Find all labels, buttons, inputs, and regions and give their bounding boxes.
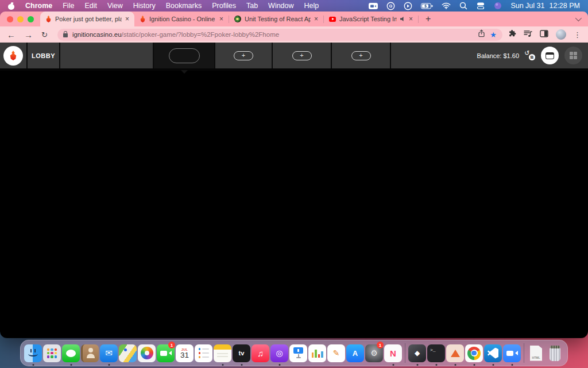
- tab-js-testing[interactable]: JavaScript Testing Introdu ×: [324, 12, 418, 26]
- dock-item-news[interactable]: N: [384, 340, 403, 366]
- menu-view[interactable]: View: [107, 2, 123, 10]
- dock-item-podcasts[interactable]: ◎: [270, 340, 289, 366]
- tab-close-icon[interactable]: ×: [409, 16, 413, 22]
- menu-bar-left: Chrome File Edit View History Bookmarks …: [8, 2, 319, 10]
- dock-item-zoom[interactable]: [502, 340, 521, 366]
- dock-item-finder[interactable]: [24, 340, 42, 366]
- add-table-button[interactable]: +: [234, 51, 253, 60]
- podcasts-icon: ◎: [270, 344, 288, 362]
- menu-tab[interactable]: Tab: [246, 2, 258, 10]
- dock-item-reminders[interactable]: [194, 340, 213, 366]
- video-app-icon[interactable]: [369, 2, 378, 10]
- dock-item-keynote[interactable]: [289, 340, 308, 366]
- dock-item-chrome[interactable]: [465, 340, 483, 366]
- minimize-window-button[interactable]: [17, 16, 24, 22]
- add-table-button[interactable]: +: [292, 51, 312, 60]
- tab-unit-testing[interactable]: Unit Testing of React Apps usi ×: [229, 12, 323, 26]
- dock-item-tv[interactable]: tv: [232, 340, 251, 366]
- page-content[interactable]: [0, 71, 588, 338]
- deposit-coin-icon[interactable]: ↻ B: [525, 51, 535, 60]
- dock-item-messages[interactable]: [61, 340, 80, 366]
- dock-item-calendar[interactable]: JUL31: [175, 340, 194, 366]
- menu-profiles[interactable]: Profiles: [212, 2, 236, 10]
- tab-poker-game[interactable]: Poker just got better, play it no ×: [40, 12, 134, 26]
- numbers-icon: [308, 344, 326, 362]
- tab-close-icon[interactable]: ×: [314, 16, 318, 22]
- tab-audio-icon[interactable]: [400, 17, 405, 22]
- back-button[interactable]: ←: [7, 30, 16, 39]
- keynote-icon: [289, 344, 307, 362]
- active-table-tab[interactable]: [154, 43, 215, 68]
- menu-chrome[interactable]: Chrome: [25, 2, 52, 10]
- menubar-app-sphere-icon[interactable]: [494, 2, 502, 10]
- media-controls-icon[interactable]: [524, 29, 532, 40]
- dock-item-orange-triangle-app[interactable]: [446, 340, 465, 366]
- add-table-slot-3[interactable]: +: [332, 43, 391, 68]
- tab-ignition-casino[interactable]: Ignition Casino - Online Poker ×: [134, 12, 229, 26]
- dock-item-mail[interactable]: ✉: [99, 340, 118, 366]
- lock-icon[interactable]: [63, 33, 68, 37]
- creative-cloud-icon[interactable]: [386, 2, 395, 10]
- share-icon[interactable]: [478, 29, 485, 40]
- play-circle-icon[interactable]: [404, 2, 412, 10]
- add-table-slot-2[interactable]: +: [273, 43, 332, 68]
- dock-item-trash[interactable]: [546, 340, 564, 366]
- dock-item-pages[interactable]: ✎: [327, 340, 346, 366]
- close-window-button[interactable]: [7, 16, 13, 22]
- menu-history[interactable]: History: [133, 2, 156, 10]
- dock-item-contacts[interactable]: [80, 340, 99, 366]
- zoom-window-button[interactable]: [28, 16, 34, 22]
- new-tab-button[interactable]: +: [425, 14, 431, 24]
- side-panel-icon[interactable]: [540, 29, 548, 40]
- menu-file[interactable]: File: [63, 2, 74, 10]
- video-course-favicon: [234, 16, 241, 22]
- reload-button[interactable]: ↻: [41, 31, 48, 39]
- battery-icon[interactable]: [421, 3, 433, 9]
- dock-item-notes[interactable]: [213, 340, 232, 366]
- facetime-badge: 1: [168, 342, 175, 348]
- table-pill: [169, 48, 200, 63]
- dock-item-photos[interactable]: [137, 340, 156, 366]
- forward-button[interactable]: →: [24, 30, 33, 39]
- wifi-icon[interactable]: [442, 2, 451, 9]
- dock-item-music[interactable]: ♫: [251, 340, 270, 366]
- dock-item-launchpad[interactable]: [42, 340, 61, 366]
- dock-item-unity[interactable]: ◆: [408, 340, 427, 366]
- desktop: Chrome File Edit View History Bookmarks …: [0, 0, 588, 368]
- bookmark-star-icon[interactable]: ★: [490, 31, 497, 39]
- add-table-slot-1[interactable]: +: [215, 43, 273, 68]
- dock-item-vscode[interactable]: [483, 340, 502, 366]
- menu-help[interactable]: Help: [304, 2, 319, 10]
- menu-bookmarks[interactable]: Bookmarks: [166, 2, 202, 10]
- dock-item-terminal[interactable]: >_: [427, 340, 446, 366]
- extensions-puzzle-icon[interactable]: [508, 29, 516, 40]
- ignition-logo[interactable]: [3, 46, 23, 66]
- add-table-button[interactable]: +: [351, 51, 371, 60]
- dock-item-app-store[interactable]: A: [346, 340, 365, 366]
- menu-edit[interactable]: Edit: [84, 2, 97, 10]
- grid-view-button[interactable]: [564, 47, 582, 64]
- tab-search-chevron-icon[interactable]: [575, 15, 582, 21]
- apple-menu-icon[interactable]: [8, 2, 15, 10]
- contacts-icon: [81, 344, 99, 362]
- single-table-view-button[interactable]: [541, 47, 559, 64]
- chrome-menu-icon[interactable]: ⋮: [574, 31, 581, 39]
- menu-window[interactable]: Window: [268, 2, 293, 10]
- url-text[interactable]: ignitioncasino.eu/static/poker-game/?lob…: [72, 31, 473, 38]
- spotlight-search-icon[interactable]: [459, 2, 467, 10]
- menubar-clock[interactable]: Sun Jul 31 12:28 PM: [510, 2, 580, 10]
- dock-item-numbers[interactable]: [308, 340, 327, 366]
- dock-item-system-settings[interactable]: 1⚙: [365, 340, 384, 366]
- lobby-tab[interactable]: LOBBY: [28, 43, 60, 68]
- dock-item-maps[interactable]: [118, 340, 137, 366]
- display-stack-icon[interactable]: [476, 2, 485, 10]
- menu-bar: Chrome File Edit View History Bookmarks …: [0, 0, 588, 12]
- notes-icon: [214, 344, 231, 362]
- tab-close-icon[interactable]: ×: [219, 16, 223, 22]
- dock-item-facetime[interactable]: 1: [156, 340, 175, 366]
- profile-avatar[interactable]: [556, 29, 566, 40]
- tab-close-icon[interactable]: ×: [125, 16, 129, 22]
- address-bar[interactable]: ignitioncasino.eu/static/poker-game/?lob…: [57, 29, 502, 41]
- dock-item-html-file[interactable]: HTML: [527, 340, 546, 366]
- url-domain: ignitioncasino.eu: [72, 31, 122, 38]
